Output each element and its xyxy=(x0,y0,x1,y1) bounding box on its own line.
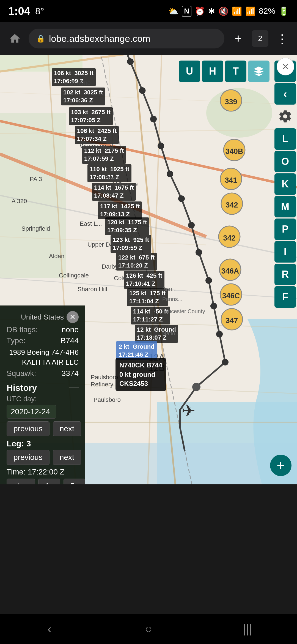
svg-rect-3 xyxy=(0,113,66,278)
leg-label: Leg: 3 xyxy=(7,439,79,448)
country-label: United States xyxy=(21,313,64,321)
track-label-5: 112 kt 2175 ft17:07:59 Z xyxy=(82,146,126,164)
svg-point-60 xyxy=(222,359,229,365)
cloud-icon: ⛅ xyxy=(168,6,178,16)
layer-m-button[interactable]: M xyxy=(274,196,296,217)
squawk-value: 3374 xyxy=(62,369,79,378)
svg-point-55 xyxy=(188,222,195,228)
layer-l-button[interactable]: L xyxy=(274,128,296,150)
track-label-11: 122 kt 675 ft17:10:20 Z xyxy=(116,253,157,271)
previous-leg-button[interactable]: previous xyxy=(7,450,50,465)
track-label-3: 103 kt 2675 ft17:07:05 Z xyxy=(69,107,113,125)
svg-point-53 xyxy=(167,171,173,177)
navigation-bar: ‹ ○ ||| xyxy=(0,614,297,644)
svg-text:342: 342 xyxy=(226,201,238,209)
track-label-9: 120 kt 1175 ft17:09:35 Z xyxy=(105,217,149,235)
utc-day-input[interactable] xyxy=(7,405,56,419)
map-container[interactable]: 337 338 339 340B 341 342 342 346A 346C 3… xyxy=(0,55,297,484)
layer-f-button[interactable]: F xyxy=(274,286,296,308)
layer-r-button[interactable]: R xyxy=(274,264,296,285)
lock-icon: 🔒 xyxy=(36,34,45,43)
minimize-icon[interactable]: — xyxy=(69,381,79,393)
new-tab-button[interactable]: + xyxy=(230,30,246,47)
svg-text:340B: 340B xyxy=(226,147,243,155)
svg-point-52 xyxy=(158,143,164,149)
zoom-in-button[interactable]: + xyxy=(270,455,292,476)
track-label-12: 126 kt 425 ft17:10:41 Z xyxy=(124,271,164,289)
alarm-icon: ⏰ xyxy=(195,6,205,16)
svg-point-57 xyxy=(205,277,212,284)
recent-apps-button[interactable]: ||| xyxy=(237,618,258,640)
signal-icon: 📶 xyxy=(245,6,255,16)
browser-chrome: 🔒 lobe.adsbexchange.com + 2 ⋮ xyxy=(0,22,297,55)
mute-icon: 🔇 xyxy=(218,6,229,16)
time-label: Time: 17:22:00 Z xyxy=(7,468,79,476)
bluetooth-icon: ✱ xyxy=(208,6,215,16)
filter-u-button[interactable]: U xyxy=(179,61,200,82)
status-temp: 8° xyxy=(35,6,44,17)
speed-5x-button[interactable]: 5x xyxy=(64,479,86,484)
map-top-toolbar: U H T xyxy=(179,61,270,82)
type-value: B744 xyxy=(61,336,79,345)
type-label: Type: xyxy=(7,336,25,345)
utc-day-label: UTC day: xyxy=(7,395,79,403)
previous-day-button[interactable]: previous xyxy=(7,421,50,436)
speed-1x-button[interactable]: 1x xyxy=(38,479,60,484)
squawk-label: Squawk: xyxy=(7,369,36,378)
track-label-10: 123 kt 925 ft17:09:59 Z xyxy=(111,235,151,253)
track-label-7: 114 kt 1675 ft17:08:47 Z xyxy=(92,183,136,201)
home-nav-button[interactable]: ○ xyxy=(138,618,160,640)
battery-icon: 🔋 xyxy=(279,6,289,16)
svg-point-56 xyxy=(196,249,202,256)
svg-text:347: 347 xyxy=(226,316,238,325)
svg-point-50 xyxy=(139,87,146,94)
url-text: lobe.adsbexchange.com xyxy=(49,33,150,44)
layers-button[interactable] xyxy=(248,61,270,82)
url-bar[interactable]: 🔒 lobe.adsbexchange.com xyxy=(29,29,224,48)
svg-point-54 xyxy=(178,195,185,202)
layer-o-button[interactable]: O xyxy=(274,151,296,172)
aircraft-squawk-popup: CKS2453 xyxy=(119,380,148,387)
aircraft-info-popup: N740CK B744 0 kt ground CKS2453 xyxy=(116,358,166,391)
track-label-8: 117 kt 1425 ft17:09:13 Z xyxy=(98,201,142,219)
track-label-15: 12 kt Ground17:13:07 Z xyxy=(135,325,178,343)
svg-point-58 xyxy=(210,303,217,309)
layer-i-button[interactable]: I xyxy=(274,241,296,263)
svg-text:339: 339 xyxy=(225,98,237,106)
settings-button[interactable] xyxy=(274,106,296,127)
aircraft-callsign: N740CK B744 xyxy=(119,361,162,369)
stop-button[interactable]: stop xyxy=(7,479,35,484)
navigate-back-button[interactable]: ‹ xyxy=(274,83,296,105)
home-button[interactable] xyxy=(7,30,23,47)
map-right-toolbar: › ‹ L O K M P I R F xyxy=(272,55,297,313)
nfc-icon: N xyxy=(182,6,191,17)
history-title: History xyxy=(7,383,37,393)
svg-point-51 xyxy=(150,116,157,122)
aircraft-info-panel: United States ✕ DB flags: none Type: B74… xyxy=(0,305,85,484)
back-button[interactable]: ‹ xyxy=(38,618,61,640)
svg-text:341: 341 xyxy=(225,176,237,184)
svg-text:✈: ✈ xyxy=(182,402,195,420)
track-label-6: 110 kt 1925 ft17:08:21 Z xyxy=(87,164,131,182)
svg-text:342: 342 xyxy=(223,234,235,242)
layer-k-button[interactable]: K xyxy=(274,173,296,195)
layer-p-button[interactable]: P xyxy=(274,219,296,240)
svg-point-61 xyxy=(192,383,200,391)
svg-point-59 xyxy=(216,331,223,337)
tab-count-button[interactable]: 2 xyxy=(252,30,268,47)
wifi-icon: 📶 xyxy=(232,6,242,16)
browser-menu-button[interactable]: ⋮ xyxy=(274,30,290,47)
track-label-14: 114 kt -50 ft17:11:27 Z xyxy=(131,307,170,324)
status-time: 1:04 xyxy=(8,5,30,17)
filter-t-button[interactable]: T xyxy=(225,61,246,82)
map-close-button[interactable]: ✕ xyxy=(277,58,294,75)
next-leg-button[interactable]: next xyxy=(53,450,81,465)
svg-text:346C: 346C xyxy=(222,292,240,300)
next-day-button[interactable]: next xyxy=(53,421,81,436)
svg-text:346A: 346A xyxy=(221,267,239,275)
aircraft-speed-popup: 0 kt ground xyxy=(119,371,155,378)
country-x-icon: ✕ xyxy=(67,311,79,323)
status-bar: 1:04 8° ⛅ N ⏰ ✱ 🔇 📶 📶 82% 🔋 xyxy=(0,0,297,22)
aircraft-year-model: 1989 Boeing 747-4H6 xyxy=(7,347,79,357)
filter-h-button[interactable]: H xyxy=(202,61,223,82)
